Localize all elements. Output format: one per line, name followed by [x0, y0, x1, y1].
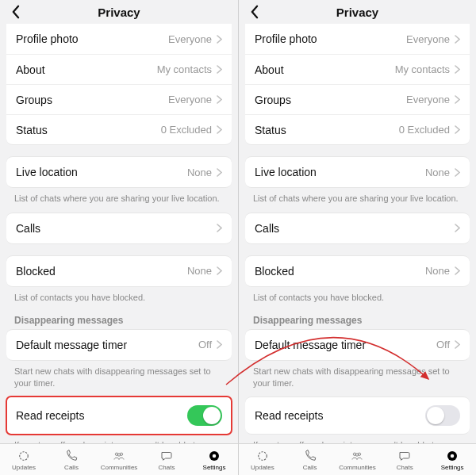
note-live-location: List of chats where you are sharing your…: [0, 188, 238, 213]
chevron-right-icon: [455, 266, 460, 275]
group-blocked: Blocked None: [245, 255, 470, 287]
tab-label: Communities: [339, 464, 376, 471]
group-live-location: Live location None: [245, 156, 470, 188]
value: None: [187, 167, 212, 178]
group-calls: Calls: [245, 213, 470, 244]
row-profile-photo[interactable]: Profile photo Everyone: [245, 24, 470, 54]
chevron-left-icon: [11, 5, 20, 19]
tab-chats[interactable]: Chats: [144, 449, 189, 471]
updates-icon: [255, 449, 271, 463]
label: Live location: [16, 166, 187, 178]
chevron-right-icon: [217, 65, 222, 74]
toggle-knob: [203, 407, 221, 424]
communities-icon: [349, 449, 365, 463]
screen-before: Privacy Profile photo Everyone About My …: [0, 0, 238, 475]
row-live-location[interactable]: Live location None: [6, 157, 232, 187]
value: None: [425, 265, 450, 277]
back-button[interactable]: [6, 3, 24, 21]
tab-chats[interactable]: Chats: [382, 449, 427, 471]
tab-bar: Updates Calls Communities Chats Settings: [239, 443, 476, 475]
group-calls: Calls: [6, 213, 232, 244]
row-calls[interactable]: Calls: [245, 213, 470, 243]
chevron-right-icon: [455, 95, 460, 104]
label: Calls: [255, 222, 450, 235]
group-blocked: Blocked None: [6, 255, 232, 287]
row-live-location[interactable]: Live location None: [245, 157, 470, 187]
label: Profile photo: [255, 33, 406, 45]
row-groups[interactable]: Groups Everyone: [245, 84, 470, 114]
label: Profile photo: [16, 33, 168, 45]
header: Privacy: [0, 0, 238, 24]
label: About: [255, 63, 395, 76]
value: 0 Excluded: [161, 124, 212, 136]
svg-point-11: [451, 454, 455, 458]
read-receipts-toggle[interactable]: [425, 405, 460, 426]
label: Groups: [16, 94, 168, 106]
value: Everyone: [406, 94, 450, 105]
tab-updates[interactable]: Updates: [240, 449, 285, 471]
value: None: [187, 265, 212, 277]
row-profile-photo[interactable]: Profile photo Everyone: [6, 24, 232, 54]
chevron-right-icon: [217, 266, 222, 275]
label: Groups: [255, 94, 406, 106]
note-live-location: List of chats where you are sharing your…: [239, 188, 476, 213]
tab-label: Calls: [64, 464, 79, 471]
chevron-right-icon: [217, 125, 222, 134]
svg-point-0: [20, 451, 29, 460]
chevron-right-icon: [217, 224, 222, 232]
phone-icon: [63, 449, 79, 463]
label: Status: [255, 124, 399, 136]
header: Privacy: [239, 0, 476, 24]
label: Blocked: [16, 265, 187, 278]
chevron-right-icon: [217, 35, 222, 44]
label: Blocked: [255, 265, 425, 278]
row-default-timer[interactable]: Default message timer Off: [6, 330, 232, 360]
note-timer: Start new chats with disappearing messag…: [239, 361, 476, 397]
tab-updates[interactable]: Updates: [2, 449, 46, 471]
row-about[interactable]: About My contacts: [245, 54, 470, 84]
value: Off: [198, 339, 212, 351]
content: Profile photo Everyone About My contacts…: [0, 24, 238, 443]
updates-icon: [16, 449, 32, 463]
chevron-right-icon: [455, 65, 460, 74]
chevron-right-icon: [217, 168, 222, 177]
note-blocked: List of contacts you have blocked.: [239, 287, 476, 312]
read-receipts-toggle[interactable]: [187, 405, 222, 426]
chats-icon: [159, 449, 175, 463]
screen-after: Privacy Profile photo Everyone About My …: [238, 0, 476, 475]
gear-icon: [206, 449, 222, 463]
label: Default message timer: [16, 339, 198, 351]
tab-communities[interactable]: Communities: [97, 449, 141, 471]
tab-label: Settings: [203, 464, 226, 471]
row-groups[interactable]: Groups Everyone: [6, 84, 232, 114]
row-default-timer[interactable]: Default message timer Off: [245, 330, 470, 360]
value: None: [425, 167, 450, 178]
tab-communities[interactable]: Communities: [335, 449, 379, 471]
tab-settings[interactable]: Settings: [192, 449, 236, 471]
row-read-receipts: Read receipts: [6, 397, 232, 434]
chevron-right-icon: [217, 95, 222, 104]
row-blocked[interactable]: Blocked None: [245, 256, 470, 286]
label: Read receipts: [255, 409, 425, 422]
group-read-receipts: Read receipts: [6, 396, 232, 435]
tab-calls[interactable]: Calls: [288, 449, 332, 471]
value: Everyone: [168, 94, 212, 105]
note-read-receipts: If you turn off read receipts, you won't…: [0, 435, 238, 443]
row-status[interactable]: Status 0 Excluded: [245, 114, 470, 144]
label: Live location: [255, 166, 425, 178]
value: Off: [436, 339, 450, 351]
row-calls[interactable]: Calls: [6, 213, 232, 243]
phone-icon: [302, 449, 318, 463]
row-about[interactable]: About My contacts: [6, 54, 232, 84]
row-read-receipts: Read receipts: [245, 397, 470, 434]
row-blocked[interactable]: Blocked None: [6, 256, 232, 286]
tab-settings[interactable]: Settings: [430, 449, 474, 471]
section-disappearing: Disappearing messages: [239, 312, 476, 329]
row-status[interactable]: Status 0 Excluded: [6, 114, 232, 144]
label: Read receipts: [16, 409, 187, 422]
back-button[interactable]: [245, 3, 263, 21]
group-read-receipts: Read receipts: [245, 396, 470, 435]
chevron-right-icon: [455, 35, 460, 44]
section-disappearing: Disappearing messages: [0, 312, 238, 329]
tab-calls[interactable]: Calls: [49, 449, 94, 471]
